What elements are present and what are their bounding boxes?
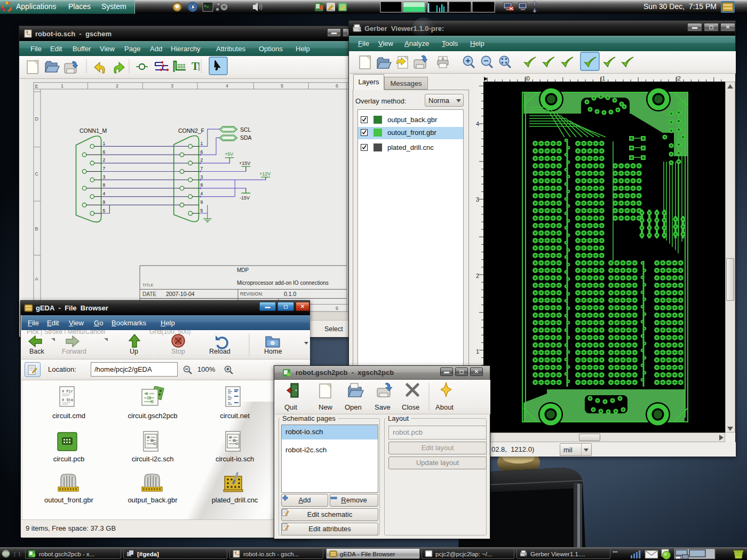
svg-text:3: 3 xyxy=(476,196,479,203)
svg-text:⋮⋮: ⋮⋮ xyxy=(12,551,22,557)
svg-text:•••: ••• xyxy=(613,549,617,555)
svg-text:8: 8 xyxy=(103,182,106,188)
svg-text:|0: |0 xyxy=(525,75,530,82)
svg-text:+5V: +5V xyxy=(225,151,233,157)
svg-text:About: About xyxy=(435,403,454,411)
svg-text:Up: Up xyxy=(130,348,138,355)
svg-text:TITLE: TITLE xyxy=(142,283,153,287)
svg-text:6: 6 xyxy=(103,149,106,155)
svg-text:Close: Close xyxy=(402,403,419,411)
svg-text:Save: Save xyxy=(375,403,391,411)
svg-text:6: 6 xyxy=(336,306,338,311)
svg-text:Reload: Reload xyxy=(209,348,231,355)
svg-text:2007-10-04: 2007-10-04 xyxy=(166,291,195,297)
svg-text:5: 5 xyxy=(103,208,106,213)
svg-text:Microprocessor add-on IO conne: Microprocessor add-on IO connections xyxy=(237,280,329,286)
svg-text:3: 3 xyxy=(171,83,173,89)
svg-text:2: 2 xyxy=(476,273,479,279)
svg-text:Open: Open xyxy=(345,403,362,411)
svg-text:9: 9 xyxy=(201,199,203,205)
svg-text:5: 5 xyxy=(281,83,283,89)
svg-text:4: 4 xyxy=(201,191,203,196)
svg-text:4: 4 xyxy=(476,121,479,127)
svg-text:-15V: -15V xyxy=(240,195,250,201)
svg-text:8: 8 xyxy=(201,182,203,188)
svg-text:2: 2 xyxy=(201,157,203,163)
svg-text:9: 9 xyxy=(103,199,106,205)
svg-text:D: D xyxy=(35,116,39,122)
svg-text:# Sta: # Sta xyxy=(62,398,73,402)
svg-text:4: 4 xyxy=(103,191,106,196)
svg-text:New: New xyxy=(319,403,333,411)
svg-text:|2: |2 xyxy=(676,75,681,82)
svg-text:|1: |1 xyxy=(601,75,606,82)
svg-text:CONN1_M: CONN1_M xyxy=(80,127,107,134)
svg-text:Back: Back xyxy=(29,348,45,355)
svg-text:3: 3 xyxy=(201,174,203,180)
svg-text:E: E xyxy=(35,84,38,89)
svg-text:3: 3 xyxy=(103,174,106,180)
svg-text:0.1.0: 0.1.0 xyxy=(284,291,297,297)
svg-text:6: 6 xyxy=(201,149,203,155)
svg-text:+12V: +12V xyxy=(259,171,271,177)
svg-text:B: B xyxy=(35,226,38,231)
svg-text:C: C xyxy=(35,171,39,177)
svg-text:Quit: Quit xyxy=(284,403,297,411)
svg-text:# Pir: # Pir xyxy=(62,389,73,394)
svg-text:1: 1 xyxy=(103,141,106,146)
svg-text:2: 2 xyxy=(103,157,106,163)
svg-text:7: 7 xyxy=(103,166,106,171)
svg-text:MDP: MDP xyxy=(237,267,249,273)
svg-text:1: 1 xyxy=(61,83,63,89)
svg-text:CONN2_F: CONN2_F xyxy=(178,127,204,134)
svg-text:6: 6 xyxy=(336,83,338,89)
svg-text:SDA: SDA xyxy=(240,134,252,141)
svg-text:5: 5 xyxy=(201,208,203,213)
svg-text:2: 2 xyxy=(116,83,118,89)
svg-text:REVISION:: REVISION: xyxy=(240,291,263,297)
svg-text:4: 4 xyxy=(226,83,228,89)
svg-text:Forward: Forward xyxy=(62,348,86,355)
svg-text:1: 1 xyxy=(476,348,479,355)
svg-text:A: A xyxy=(35,276,38,282)
svg-text:T: T xyxy=(192,60,199,72)
svg-text:Home: Home xyxy=(264,348,282,355)
svg-text:7: 7 xyxy=(201,166,203,171)
svg-text:+15V: +15V xyxy=(239,161,250,166)
svg-text:DATE: DATE xyxy=(142,291,156,297)
svg-text:SCL: SCL xyxy=(240,126,251,133)
svg-text:Stop: Stop xyxy=(171,348,185,355)
svg-text:1: 1 xyxy=(201,141,203,146)
